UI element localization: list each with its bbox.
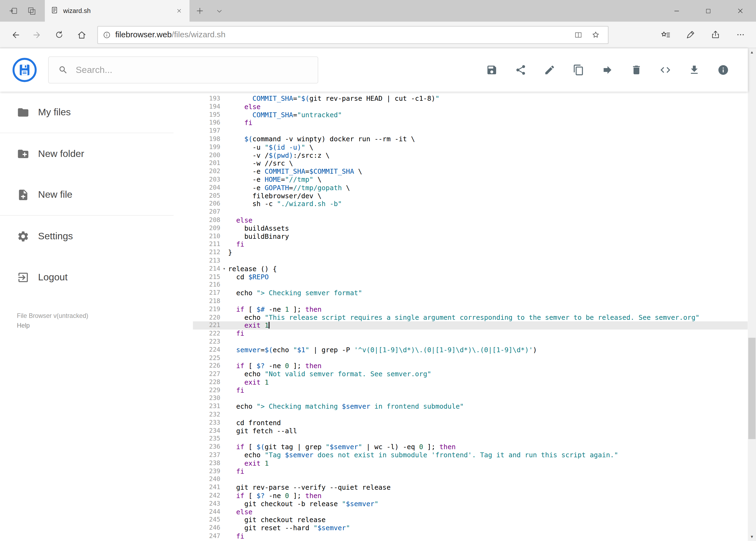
code-line[interactable]: 239 fi [193,467,748,475]
code-line[interactable]: 215 cd $REPO [193,273,748,281]
sidebar-item-new-folder[interactable]: New folder [0,133,193,174]
more-options-icon[interactable] [728,24,753,45]
minimize-button[interactable] [660,0,692,22]
code-line[interactable]: 225 [193,354,748,362]
code-line[interactable]: 224 semver=$(echo "$1" | grep -P '^v(0|[… [193,346,748,354]
info-icon[interactable] [714,60,733,79]
tabs-you-set-aside-icon[interactable] [22,0,41,22]
home-icon[interactable] [71,24,93,45]
web-note-pen-icon[interactable] [678,24,703,45]
code-line[interactable]: 200 -v /$(pwd):/src:z \ [193,151,748,159]
code-line[interactable]: 196 fi [193,119,748,127]
code-line[interactable]: 230 [193,394,748,402]
code-line[interactable]: 203 -e HOME="//tmp" \ [193,176,748,184]
scroll-down-icon[interactable]: ▼ [748,533,756,541]
code-line[interactable]: 213 [193,257,748,265]
code-line[interactable]: 240 [193,475,748,483]
tab-close-icon[interactable] [172,4,186,18]
sidebar-item-settings[interactable]: Settings [0,216,193,257]
maximize-button[interactable] [692,0,724,22]
code-line[interactable]: 223 [193,337,748,346]
filebrowser-logo-icon[interactable] [12,58,37,83]
code-line[interactable]: 214▾release () { [193,265,748,273]
code-line[interactable]: 229 fi [193,386,748,394]
code-line[interactable]: 221 exit 1 [193,321,748,329]
code-line[interactable]: 212} [193,249,748,257]
delete-icon[interactable] [627,60,646,79]
code-line[interactable]: 208 else [193,216,748,224]
code-line[interactable]: 242 if [ $? -ne 0 ]; then [193,492,748,500]
search-box[interactable] [48,56,318,84]
vertical-scrollbar[interactable]: ▲ ▼ [748,48,756,541]
close-window-button[interactable] [724,0,756,22]
code-line[interactable]: 245 git checkout release [193,516,748,524]
code-line[interactable]: 234 git fetch --all [193,427,748,435]
code-line[interactable]: 195 COMMIT_SHA="untracked" [193,111,748,119]
scroll-up-icon[interactable]: ▲ [748,48,756,56]
code-line[interactable]: 237 echo "Tag $semver does not exist in … [193,451,748,459]
code-line[interactable]: 233 cd frontend [193,419,748,427]
code-line[interactable]: 228 exit 1 [193,378,748,386]
share-icon[interactable] [511,60,530,79]
code-line[interactable]: 205 filebrowser/dev \ [193,192,748,200]
source-code-icon[interactable] [655,60,675,79]
code-line[interactable]: 210 buildBinary [193,232,748,241]
code-line[interactable]: 226 if [ $? -ne 0 ]; then [193,362,748,370]
code-line[interactable]: 222 fi [193,329,748,337]
code-line[interactable]: 202 -e COMMIT_SHA=$COMMIT_SHA \ [193,168,748,176]
code-line[interactable]: 219 if [ $# -ne 1 ]; then [193,305,748,313]
code-line[interactable]: 241 git rev-parse --verify --quiet relea… [193,483,748,492]
sidebar-item-my-files[interactable]: My files [0,92,193,133]
code-line[interactable]: 216 [193,281,748,289]
scrollbar-thumb[interactable] [748,337,755,439]
code-line[interactable]: 244 else [193,508,748,516]
code-line[interactable]: 194 else [193,103,748,111]
code-line[interactable]: 235 [193,435,748,443]
copy-icon[interactable] [569,60,588,79]
code-line[interactable]: 231 echo "> Checking matching $semver in… [193,402,748,410]
code-line[interactable]: 193 COMMIT_SHA="$(git rev-parse HEAD | c… [193,95,748,103]
back-icon[interactable] [4,24,26,45]
code-line[interactable]: 227 echo "Not valid semver format. See s… [193,370,748,378]
code-editor[interactable]: 193 COMMIT_SHA="$(git rev-parse HEAD | c… [193,92,748,541]
code-line[interactable]: 197 [193,127,748,135]
search-input[interactable] [75,64,318,76]
forward-icon[interactable] [26,24,48,45]
download-icon[interactable] [685,60,704,79]
code-line[interactable]: 246 git reset --hard "$semver" [193,524,748,532]
code-line[interactable]: 220 echo "This release script requires a… [193,313,748,321]
site-info-icon[interactable] [103,31,111,39]
code-line[interactable]: 217 echo "> Checking semver format" [193,289,748,297]
save-icon[interactable] [482,60,501,79]
code-line[interactable]: 243 git checkout -b release "$semver" [193,500,748,508]
code-line[interactable]: 236 if [ $(git tag | grep "$semver" | wc… [193,443,748,451]
set-tabs-aside-icon[interactable] [4,0,22,22]
reading-view-icon[interactable] [570,27,587,42]
help-link[interactable]: Help [17,321,193,330]
browser-tab[interactable]: wizard.sh [45,0,189,22]
code-line[interactable]: 204 -e GOPATH=//tmp/gopath \ [193,184,748,192]
code-line[interactable]: 211 fi [193,241,748,249]
code-line[interactable]: 206 sh -c "./wizard.sh -b" [193,200,748,208]
fold-marker-icon[interactable]: ▾ [220,265,228,273]
code-line[interactable]: 209 buildAssets [193,224,748,232]
code-line[interactable]: 218 [193,297,748,305]
code-line[interactable]: 207 [193,208,748,216]
address-bar[interactable]: filebrowser.web/files/wizard.sh [98,26,609,44]
code-line[interactable]: 199 -u "$(id -u)" \ [193,143,748,151]
code-line[interactable]: 232 [193,410,748,419]
new-tab-button[interactable] [189,0,210,22]
refresh-icon[interactable] [48,24,71,45]
move-icon[interactable] [598,60,617,79]
code-line[interactable]: 247 fi [193,532,748,540]
rename-icon[interactable] [540,60,559,79]
code-line[interactable]: 201 -w //src \ [193,159,748,168]
sidebar-item-new-file[interactable]: New file [0,174,193,215]
code-line[interactable]: 198 $(command -v winpty) docker run --rm… [193,135,748,143]
share-page-icon[interactable] [703,24,728,45]
code-line[interactable]: 238 exit 1 [193,459,748,467]
tab-preview-chevron-icon[interactable] [210,0,229,22]
sidebar-item-logout[interactable]: Logout [0,257,193,297]
hub-favorites-icon[interactable] [653,24,678,45]
favorite-star-icon[interactable] [587,27,604,42]
